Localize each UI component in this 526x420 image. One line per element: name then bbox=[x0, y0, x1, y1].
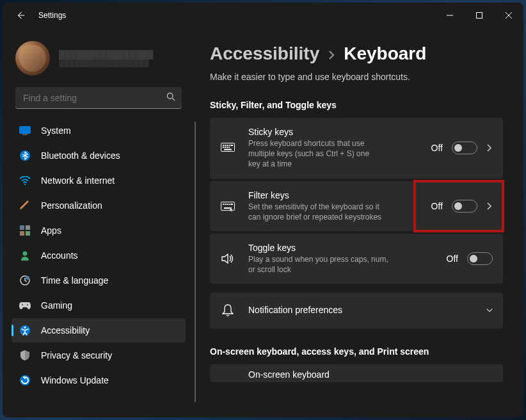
breadcrumb-current: Keyboard bbox=[344, 44, 426, 64]
svg-point-17 bbox=[22, 304, 23, 305]
chevron-down-icon[interactable] bbox=[486, 308, 493, 313]
sidebar-item-gaming[interactable]: Gaming bbox=[12, 293, 186, 318]
card-toggle-keys[interactable]: Toggle keys Play a sound when you press … bbox=[210, 234, 503, 284]
sidebar-item-label: Accessibility bbox=[41, 325, 90, 335]
sidebar-item-privacy[interactable]: Privacy & security bbox=[12, 343, 186, 368]
svg-rect-30 bbox=[227, 147, 228, 148]
minimize-button[interactable] bbox=[435, 3, 465, 28]
sidebar-item-apps[interactable]: Apps bbox=[12, 218, 186, 243]
content-pane: Accessibility Keyboard Make it easier to… bbox=[195, 28, 523, 417]
toggle-keys-toggle[interactable] bbox=[467, 252, 493, 265]
card-title: Filter keys bbox=[248, 190, 424, 200]
svg-rect-6 bbox=[20, 127, 31, 134]
svg-rect-1 bbox=[477, 13, 482, 19]
avatar bbox=[15, 41, 50, 76]
bluetooth-icon bbox=[19, 150, 31, 161]
svg-rect-37 bbox=[228, 204, 230, 205]
sidebar-item-label: Time & language bbox=[41, 275, 108, 286]
sidebar-item-label: Network & internet bbox=[41, 175, 115, 186]
sidebar-item-time[interactable]: Time & language bbox=[12, 268, 186, 293]
sidebar-item-system[interactable]: System bbox=[12, 118, 186, 143]
chevron-right-icon[interactable] bbox=[486, 202, 493, 210]
clock-icon bbox=[19, 275, 31, 286]
maximize-button[interactable] bbox=[465, 3, 494, 28]
breadcrumb-parent[interactable]: Accessibility bbox=[210, 44, 319, 64]
section-title: On-screen keyboard, access keys, and Pri… bbox=[210, 346, 503, 357]
close-button[interactable] bbox=[494, 3, 523, 28]
sidebar-item-label: Bluetooth & devices bbox=[41, 150, 120, 161]
toggle-state: Off bbox=[431, 143, 443, 153]
svg-rect-29 bbox=[225, 147, 226, 148]
search-input[interactable] bbox=[15, 87, 182, 109]
wifi-icon bbox=[19, 175, 31, 186]
svg-rect-28 bbox=[223, 147, 224, 148]
system-icon bbox=[19, 125, 31, 136]
svg-rect-12 bbox=[20, 231, 24, 236]
sidebar-item-network[interactable]: Network & internet bbox=[12, 168, 186, 193]
svg-rect-13 bbox=[26, 231, 30, 236]
svg-rect-33 bbox=[221, 202, 235, 210]
card-title: Toggle keys bbox=[248, 243, 439, 253]
chevron-right-icon bbox=[328, 49, 335, 63]
card-title: Sticky keys bbox=[248, 127, 424, 137]
svg-rect-10 bbox=[20, 225, 24, 230]
sidebar-item-label: Personalization bbox=[41, 200, 102, 211]
window-controls bbox=[435, 3, 523, 28]
svg-rect-25 bbox=[227, 145, 228, 146]
card-desc: Press keyboard shortcuts that use multip… bbox=[248, 138, 383, 170]
keyboard-icon bbox=[220, 140, 235, 156]
chevron-right-icon[interactable] bbox=[486, 144, 493, 152]
svg-rect-11 bbox=[26, 225, 30, 230]
toggle-state: Off bbox=[431, 201, 443, 211]
window-title: Settings bbox=[38, 11, 435, 20]
profile[interactable]: ████████████████ ██████████████████ bbox=[6, 35, 191, 87]
scrollbar[interactable] bbox=[195, 122, 196, 402]
section-title: Sticky, Filter, and Toggle keys bbox=[210, 100, 503, 110]
back-button[interactable] bbox=[15, 10, 26, 20]
brush-icon bbox=[19, 200, 31, 211]
bell-icon bbox=[220, 303, 235, 318]
sidebar-item-label: Windows Update bbox=[41, 375, 109, 385]
keyboard-cursor-icon bbox=[220, 198, 235, 214]
profile-name: ████████████████ bbox=[59, 50, 182, 60]
card-title: On-screen keyboard bbox=[248, 369, 493, 380]
sidebar-item-label: Apps bbox=[41, 225, 61, 236]
page-subtitle: Make it easier to type and use keyboard … bbox=[210, 72, 503, 82]
update-icon bbox=[19, 375, 31, 386]
svg-rect-26 bbox=[228, 145, 230, 146]
sidebar-item-accessibility[interactable]: Accessibility bbox=[12, 318, 186, 343]
svg-rect-7 bbox=[22, 134, 28, 136]
settings-window: Settings ████████████████ ██████████████… bbox=[3, 3, 523, 417]
svg-rect-34 bbox=[223, 204, 224, 205]
sidebar: ████████████████ ██████████████████ Syst… bbox=[3, 28, 195, 417]
sidebar-item-personalization[interactable]: Personalization bbox=[12, 193, 186, 218]
sidebar-item-label: Accounts bbox=[41, 250, 78, 261]
card-sticky-keys[interactable]: Sticky keys Press keyboard shortcuts tha… bbox=[210, 118, 503, 179]
svg-point-18 bbox=[27, 304, 28, 305]
profile-email: ██████████████████ bbox=[59, 60, 182, 67]
svg-point-20 bbox=[24, 327, 26, 328]
card-desc: Play a sound when you press caps, num, o… bbox=[248, 254, 395, 275]
card-desc: Set the sensitivity of the keyboard so i… bbox=[248, 202, 389, 222]
svg-rect-35 bbox=[225, 204, 226, 205]
gamepad-icon bbox=[19, 300, 31, 311]
svg-rect-31 bbox=[228, 147, 230, 148]
person-icon bbox=[19, 250, 31, 261]
sidebar-item-label: System bbox=[41, 125, 71, 136]
svg-point-14 bbox=[23, 252, 28, 256]
card-notification-preferences[interactable]: Notification preferences bbox=[210, 293, 503, 328]
sidebar-item-bluetooth[interactable]: Bluetooth & devices bbox=[12, 143, 186, 168]
card-title: Notification preferences bbox=[248, 305, 479, 315]
accessibility-icon bbox=[19, 325, 31, 336]
sidebar-item-accounts[interactable]: Accounts bbox=[12, 243, 186, 268]
svg-rect-36 bbox=[227, 204, 228, 205]
card-onscreen-keyboard[interactable]: On-screen keyboard bbox=[210, 364, 503, 382]
sticky-keys-toggle[interactable] bbox=[452, 141, 477, 154]
speaker-icon bbox=[220, 251, 235, 266]
nav: System Bluetooth & devices Network & int… bbox=[6, 118, 191, 411]
card-filter-keys[interactable]: Filter keys Set the sensitivity of the k… bbox=[210, 181, 503, 231]
filter-keys-toggle[interactable] bbox=[452, 200, 477, 213]
apps-icon bbox=[19, 225, 31, 236]
sidebar-item-update[interactable]: Windows Update bbox=[12, 368, 186, 392]
shield-icon bbox=[19, 350, 31, 361]
